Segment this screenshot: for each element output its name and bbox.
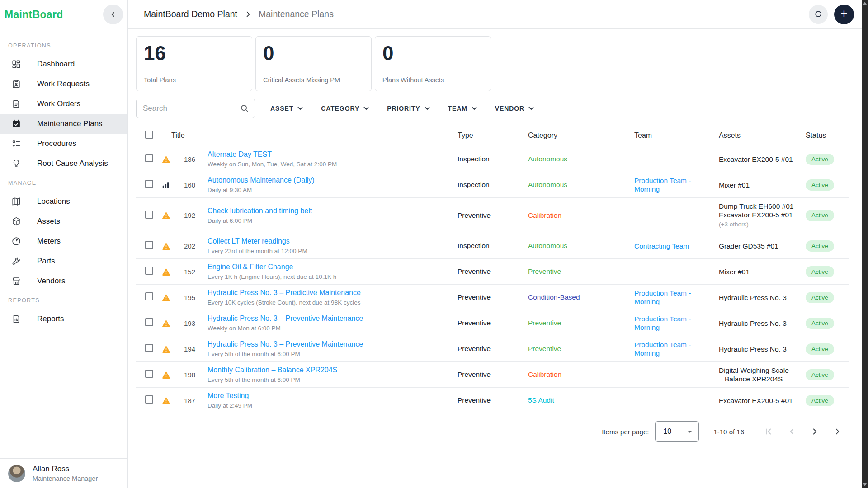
plan-title-link[interactable]: Engine Oil & Filter Change (208, 263, 293, 271)
plan-assets: Mixer #01 (719, 181, 806, 189)
plan-schedule: Every 1K h (Engine Hours), next due at 1… (208, 273, 458, 280)
table-row: 192 Check lubrication and timing belt Da… (136, 198, 849, 233)
items-per-page-select[interactable]: 10 (655, 421, 699, 442)
user-profile[interactable]: Allan Ross Maintenance Manager (0, 458, 127, 488)
plan-title-link[interactable]: Monthly Calibration – Balance XPR204S (208, 366, 337, 374)
plan-title-link[interactable]: Hydraulic Press No. 3 – Preventive Maint… (208, 340, 363, 348)
sidebar-item-locations[interactable]: Locations (0, 192, 127, 211)
plan-assets: Mixer #01 (719, 267, 806, 276)
stat-label: Critical Assets Missing PM (263, 76, 364, 84)
plan-title-link[interactable]: Autonomous Maintenance (Daily) (208, 176, 315, 184)
plan-type: Preventive (458, 371, 528, 379)
asset-name: Mixer #01 (719, 267, 794, 276)
row-checkbox[interactable] (145, 154, 153, 162)
plan-title-link[interactable]: Check lubrication and timing belt (208, 207, 312, 215)
status-badge: Active (806, 179, 834, 191)
plan-schedule: Weekly on Sun, Mon, Tue, Wed, Sat at 2:0… (208, 161, 458, 168)
sidebar-item-root-cause-analysis[interactable]: Root Cause Analysis (0, 154, 127, 174)
sidebar-item-procedures[interactable]: Procedures (0, 134, 127, 154)
table-header: Title Type Category Team Assets Status (136, 125, 849, 146)
bar-chart-icon (161, 181, 170, 189)
plan-team-link[interactable]: Production Team - Morning (634, 340, 719, 357)
warning-icon (161, 396, 171, 405)
sidebar-item-meters[interactable]: Meters (0, 231, 127, 251)
work-orders-icon (11, 99, 22, 109)
breadcrumb-root[interactable]: MaintBoard Demo Plant (144, 9, 237, 19)
plan-title-link[interactable]: Hydraulic Press No. 3 – Predictive Maint… (208, 289, 361, 297)
search-input[interactable] (136, 99, 255, 118)
avatar (8, 465, 25, 482)
chevron-down-icon (363, 107, 369, 110)
parts-icon (11, 256, 22, 267)
sidebar-item-reports[interactable]: Reports (0, 309, 127, 329)
stat-value: 16 (144, 43, 245, 63)
sidebar-item-parts[interactable]: Parts (0, 251, 127, 271)
plan-team-link[interactable]: Production Team - Morning (634, 314, 719, 332)
sidebar: MaintBoard OPERATIONS Dashboard Work Req… (0, 0, 128, 488)
plan-team-link[interactable]: Contracting Team (634, 242, 719, 250)
row-checkbox[interactable] (145, 292, 153, 300)
plan-type: Preventive (458, 211, 528, 220)
plan-type: Inspection (458, 242, 528, 250)
plan-team-link[interactable]: Production Team - Morning (634, 289, 719, 306)
asset-name: Digital Weighing Scale – Balance XPR204S (719, 366, 794, 383)
plan-schedule: Every 5th of the month at 6:00 PM (208, 376, 458, 383)
row-checkbox[interactable] (145, 395, 153, 404)
locations-icon (11, 196, 22, 207)
plan-title-link[interactable]: More Testing (208, 392, 249, 400)
filter-button-category[interactable]: CATEGORY (321, 105, 369, 112)
row-checkbox[interactable] (145, 267, 153, 275)
sidebar-section: REPORTS Reports (0, 291, 127, 329)
sidebar-item-work-orders[interactable]: Work Orders (0, 94, 127, 114)
plan-id: 152 (184, 268, 208, 276)
refresh-button[interactable] (809, 5, 828, 24)
scroll-up-arrow-icon[interactable] (863, 2, 867, 5)
user-name: Allan Ross (33, 465, 98, 474)
plan-team-link[interactable]: Production Team - Morning (634, 176, 719, 193)
stat-label: Plans Without Assets (382, 76, 483, 84)
plan-category: Calibration (528, 211, 634, 220)
filter-button-priority[interactable]: PRIORITY (387, 105, 429, 112)
table-row: 195 Hydraulic Press No. 3 – Predictive M… (136, 285, 849, 310)
last-page-button[interactable] (828, 422, 846, 441)
row-checkbox[interactable] (145, 344, 153, 352)
sidebar-section: OPERATIONS Dashboard Work Requests Work … (0, 36, 127, 174)
plan-id: 160 (184, 181, 208, 189)
row-checkbox[interactable] (145, 241, 153, 249)
sidebar-item-dashboard[interactable]: Dashboard (0, 54, 127, 74)
sidebar-item-assets[interactable]: Assets (0, 211, 127, 231)
row-checkbox[interactable] (145, 180, 153, 188)
plan-title-link[interactable]: Hydraulic Press No. 3 – Preventive Maint… (208, 314, 363, 323)
filter-bar: ASSET CATEGORY PRIORITY TEAM VENDOR (136, 99, 849, 118)
row-checkbox[interactable] (145, 211, 153, 219)
select-all-checkbox[interactable] (145, 131, 153, 139)
scrollbar[interactable] (862, 0, 868, 488)
filter-button-team[interactable]: TEAM (448, 105, 477, 112)
plan-title-link[interactable]: Alternate Day TEST (208, 150, 272, 159)
filter-button-asset[interactable]: ASSET (270, 105, 303, 112)
warning-icon (161, 155, 171, 164)
sidebar-item-vendors[interactable]: Vendors (0, 271, 127, 291)
column-assets: Assets (719, 131, 806, 140)
filter-button-vendor[interactable]: VENDOR (495, 105, 534, 112)
plan-title-link[interactable]: Collect LT Meter readings (208, 237, 290, 245)
asset-name: Mixer #01 (719, 181, 794, 189)
sidebar-item-work-requests[interactable]: Work Requests (0, 74, 127, 94)
scroll-down-arrow-icon[interactable] (863, 483, 867, 486)
plan-category: Autonomous (528, 181, 634, 189)
add-plan-button[interactable]: + (834, 5, 854, 24)
sidebar-item-maintenance-plans[interactable]: Maintenance Plans (0, 114, 127, 134)
stat-card: 0 Critical Assets Missing PM (255, 36, 372, 91)
sidebar-collapse-button[interactable] (103, 5, 123, 24)
row-checkbox[interactable] (145, 370, 153, 378)
previous-page-button[interactable] (783, 422, 801, 441)
asset-name: Hydraulic Press No. 3 (719, 345, 794, 353)
plan-type: Preventive (458, 293, 528, 301)
plan-category: Condition-Based (528, 293, 634, 301)
table-row: 160 Autonomous Maintenance (Daily) Daily… (136, 172, 849, 198)
first-page-button[interactable] (760, 422, 778, 441)
row-checkbox[interactable] (145, 318, 153, 326)
caret-down-icon (688, 431, 692, 433)
next-page-button[interactable] (806, 422, 824, 441)
procedures-icon (11, 138, 22, 149)
